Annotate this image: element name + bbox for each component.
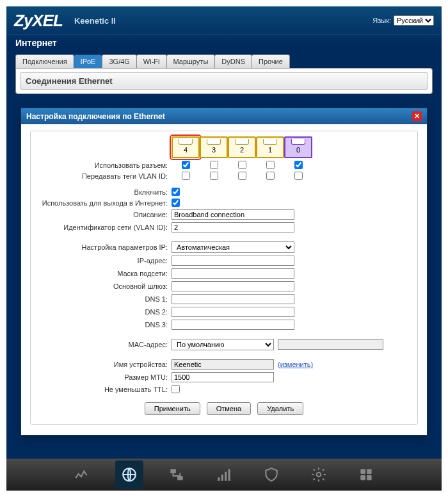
svg-point-7 [317,473,321,477]
dns3-input[interactable] [172,320,294,330]
shield-icon[interactable] [257,460,285,489]
devname-change-link[interactable]: (изменить) [278,361,313,368]
section-title: Интернет [6,35,442,54]
cancel-button[interactable]: Отмена [207,402,251,415]
vlan-tags-label: Передавать теги VLAN ID: [37,172,172,180]
ipmode-select[interactable]: Автоматическая [172,241,294,253]
tab-dydns[interactable]: DyDNS [214,54,252,68]
ttl-checkbox[interactable] [172,385,180,393]
close-icon[interactable]: ✕ [412,111,422,121]
svg-rect-10 [360,475,365,480]
language-label: Язык: [372,17,391,24]
gateway-label: Основной шлюз: [37,282,172,290]
signal-icon[interactable] [210,460,238,489]
vlan-tag-3[interactable] [210,172,218,180]
port-1[interactable]: 1 [256,136,284,158]
modal-title: Настройка подключения по Ethernet [26,112,165,121]
use-connector-0[interactable] [294,161,303,169]
svg-rect-3 [218,477,220,480]
svg-rect-8 [360,469,365,474]
mac-select[interactable]: По умолчанию [172,339,274,350]
use-internet-label: Использовать для выхода в Интернет: [37,199,172,207]
use-internet-checkbox[interactable] [172,199,180,207]
vlan-tag-0[interactable] [294,172,303,180]
use-connector-4[interactable] [182,161,190,169]
svg-rect-5 [225,472,227,481]
tab-3g4g[interactable]: 3G/4G [102,54,136,68]
ttl-label: Не уменьшать TTL: [37,386,172,393]
dns2-input[interactable] [172,307,294,317]
dns2-label: DNS 2: [37,308,172,316]
gear-icon[interactable] [305,460,333,489]
apply-button[interactable]: Применить [145,402,200,415]
apps-icon[interactable] [352,460,380,489]
ipmode-label: Настройка параметров IP: [37,243,172,251]
vlanid-label: Идентификатор сети (VLAN ID): [37,224,172,231]
svg-rect-6 [228,469,230,480]
panel: Соединения Ethernet [15,68,433,94]
port-0[interactable]: 0 [284,136,312,158]
bottom-nav [6,459,442,491]
port-3[interactable]: 3 [200,136,228,158]
tab-connections[interactable]: Подключения [15,54,74,68]
dns3-label: DNS 3: [37,321,172,329]
delete-button[interactable]: Удалить [257,402,303,415]
lan-icon[interactable] [163,460,191,489]
mac-input[interactable] [278,339,383,350]
svg-rect-11 [367,475,372,480]
port-grid: 4 3 2 1 0 Использовать разъем: Передават… [37,136,411,180]
modal-ethernet-settings: Настройка подключения по Ethernet ✕ 4 3 … [20,108,428,436]
vlan-tag-2[interactable] [238,172,246,180]
tabs: Подключения IPoE 3G/4G Wi-Fi Маршруты Dy… [6,54,442,68]
tab-routes[interactable]: Маршруты [166,54,216,68]
ip-input[interactable] [172,256,294,266]
modal-content: 4 3 2 1 0 Использовать разъем: Передават… [30,131,418,425]
language-selector: Язык: Русский [372,15,434,26]
ip-label: IP-адрес: [37,257,172,265]
mac-label: MAC-адрес: [37,341,172,348]
dns1-label: DNS 1: [37,295,172,303]
port-4[interactable]: 4 [172,136,200,158]
modal-title-bar: Настройка подключения по Ethernet ✕ [21,108,427,124]
vlanid-input[interactable] [172,222,294,232]
use-connector-2[interactable] [238,161,246,169]
svg-rect-4 [221,475,223,481]
mask-label: Маска подсети: [37,270,172,277]
vlan-tag-4[interactable] [182,172,190,180]
vlan-tag-1[interactable] [266,172,275,180]
panel-title: Соединения Ethernet [20,72,428,90]
tab-ipoe[interactable]: IPoE [74,54,103,68]
tab-other[interactable]: Прочие [252,54,290,68]
svg-rect-1 [170,469,176,473]
description-input[interactable] [172,209,294,220]
language-select[interactable]: Русский [394,15,434,26]
mask-input[interactable] [172,268,294,279]
globe-icon[interactable] [115,460,143,489]
devname-input[interactable] [172,359,274,370]
port-2[interactable]: 2 [228,136,256,158]
button-row: Применить Отмена Удалить [37,402,411,415]
form: Включить: Использовать для выхода в Инте… [37,188,411,393]
svg-rect-9 [367,469,372,474]
mtu-label: Размер MTU: [37,373,172,381]
monitor-icon[interactable] [68,460,96,489]
gateway-input[interactable] [172,281,294,291]
use-connector-1[interactable] [266,161,275,169]
mtu-input[interactable] [172,372,274,382]
enable-checkbox[interactable] [172,188,180,196]
description-label: Описание: [37,211,172,218]
enable-label: Включить: [37,188,172,196]
use-connector-label: Использовать разъем: [37,161,172,169]
brand-logo: ZyXEL [14,11,63,31]
app-window: ZyXEL Keenetic II Язык: Русский Интернет… [6,6,442,491]
use-connector-3[interactable] [210,161,218,169]
tab-wifi[interactable]: Wi-Fi [136,54,167,68]
devname-label: Имя устройства: [37,361,172,368]
model-name: Keenetic II [74,16,116,26]
dns1-input[interactable] [172,294,294,304]
header: ZyXEL Keenetic II Язык: Русский [6,6,442,35]
